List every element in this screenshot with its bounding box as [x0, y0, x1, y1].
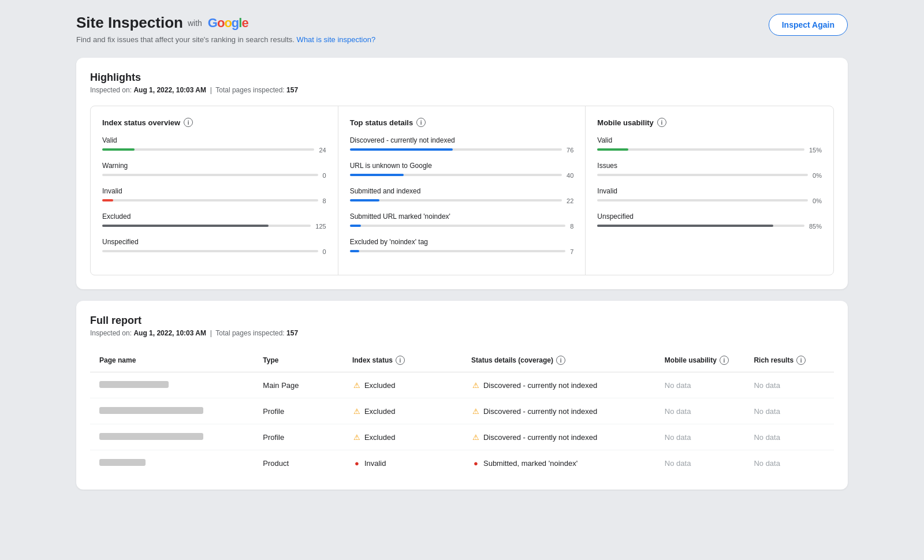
bar-fill: [350, 199, 379, 201]
warning-icon: ⚠: [352, 380, 362, 390]
mobile-usability-title: Mobile usability i: [597, 118, 822, 127]
td-index-status: ⚠ Excluded: [343, 424, 462, 450]
bar-row-inner: 8: [350, 223, 574, 230]
bar-track: [350, 250, 566, 252]
google-g-blue: G: [208, 16, 217, 31]
bar-track-wrap: [350, 174, 562, 177]
bar-row-inner: 15%: [597, 147, 822, 154]
bar-row-inner: 0: [102, 172, 326, 179]
mobile-usability-info-icon[interactable]: i: [657, 118, 666, 127]
bar-track: [350, 199, 562, 201]
td-type: Main Page: [254, 372, 343, 398]
td-index-status: ● Invalid: [343, 450, 462, 476]
td-rich-results: No data: [744, 372, 834, 398]
td-status-details: ⚠ Discovered - currently not indexed: [462, 398, 655, 424]
fr-inspected-on-value: Aug 1, 2022, 10:03 AM: [133, 329, 206, 337]
td-page-name: ████████████████████: [90, 372, 254, 398]
status-badge: ⚠ Excluded: [352, 380, 395, 390]
page-header: Site Inspection with Google Find and fix…: [76, 14, 848, 44]
table-row[interactable]: ████████████████████Product● Invalid● Su…: [90, 450, 834, 476]
td-mobile-usability: No data: [655, 372, 745, 398]
bar-track-wrap: [102, 148, 314, 152]
th-rich-info-icon[interactable]: i: [796, 356, 806, 365]
bar-label: Submitted URL marked 'noindex': [350, 212, 574, 221]
bar-track: [102, 250, 318, 252]
bar-value: 7: [570, 248, 573, 255]
subtitle-text: Find and fix issues that affect your sit…: [76, 35, 295, 44]
mobile-usability-panel: Mobile usability i Valid 15% Issues: [586, 106, 833, 275]
bar-row: Invalid 0%: [597, 187, 822, 204]
bar-track: [597, 174, 808, 176]
google-g-red2: e: [241, 16, 248, 31]
bar-value: 15%: [809, 147, 822, 154]
inspected-on-value: Aug 1, 2022, 10:03 AM: [133, 86, 206, 94]
bar-label: Issues: [597, 162, 822, 170]
bar-row: Submitted URL marked 'noindex' 8: [350, 212, 574, 230]
bar-row: Excluded 125: [102, 212, 326, 230]
bar-row-inner: 24: [102, 147, 326, 154]
th-index-info-icon[interactable]: i: [396, 356, 405, 365]
bar-value: 8: [570, 223, 573, 230]
td-type: Profile: [254, 398, 343, 424]
table-row[interactable]: ████████████████████Profile⚠ Excluded⚠ D…: [90, 398, 834, 424]
index-status-title: Index status overview i: [102, 118, 326, 127]
td-mobile-usability: No data: [655, 398, 745, 424]
bar-row-inner: 7: [350, 248, 574, 255]
status-badge: ⚠ Excluded: [352, 406, 395, 416]
bar-track-wrap: [597, 148, 804, 152]
what-is-link[interactable]: What is site inspection?: [297, 35, 376, 44]
table-row[interactable]: ████████████████████Profile⚠ Excluded⚠ D…: [90, 424, 834, 450]
table-row[interactable]: ████████████████████Main Page⚠ Excluded⚠…: [90, 372, 834, 398]
bar-track-wrap: [597, 225, 804, 228]
status-details-badge: ⚠ Discovered - currently not indexed: [471, 406, 597, 416]
td-mobile-usability: No data: [655, 450, 745, 476]
table-header: Page name Type Index status i: [90, 349, 834, 372]
bar-row: Unspecified 85%: [597, 212, 822, 230]
page-title: Site Inspection: [76, 14, 183, 32]
bar-row-inner: 0%: [597, 172, 822, 179]
bar-row-inner: 8: [102, 197, 326, 204]
table-body: ████████████████████Main Page⚠ Excluded⚠…: [90, 372, 834, 476]
th-rich-results: Rich results i: [744, 349, 834, 372]
top-status-title: Top status details i: [350, 118, 574, 127]
bar-track-wrap: [102, 225, 311, 228]
full-report-title: Full report: [90, 315, 834, 327]
th-status-info-icon[interactable]: i: [556, 356, 565, 365]
td-type: Profile: [254, 424, 343, 450]
bar-track-wrap: [350, 250, 566, 253]
bar-row-inner: 125: [102, 223, 326, 230]
bar-track: [597, 148, 804, 151]
bar-value: 8: [323, 197, 326, 204]
highlights-card: Highlights Inspected on: Aug 1, 2022, 10…: [76, 58, 848, 289]
bar-value: 40: [567, 172, 573, 179]
td-index-status: ⚠ Excluded: [343, 398, 462, 424]
th-mobile-usability: Mobile usability i: [655, 349, 745, 372]
google-g-yellow: o: [224, 16, 231, 31]
bar-row: Valid 24: [102, 136, 326, 154]
inspect-again-button[interactable]: Inspect Again: [769, 14, 848, 36]
bar-fill: [350, 250, 360, 252]
th-mobile-info-icon[interactable]: i: [720, 356, 729, 365]
bar-fill: [597, 148, 628, 151]
bar-value: 24: [319, 147, 326, 154]
status-details-badge: ● Submitted, marked 'noindex': [471, 458, 578, 468]
bar-row-inner: 76: [350, 147, 574, 154]
bar-row-inner: 0%: [597, 197, 822, 204]
bar-row-inner: 85%: [597, 223, 822, 230]
bar-value: 0%: [813, 172, 822, 179]
top-status-bars: Discovered - currently not indexed 76 UR…: [350, 136, 574, 255]
bar-track: [350, 225, 566, 227]
top-status-panel: Top status details i Discovered - curren…: [338, 106, 586, 275]
fr-inspected-on-label: Inspected on:: [90, 329, 132, 337]
index-status-info-icon[interactable]: i: [184, 118, 193, 127]
td-type: Product: [254, 450, 343, 476]
td-page-name: ████████████████████: [90, 450, 254, 476]
bar-row-inner: 40: [350, 172, 574, 179]
fr-total-pages-label: Total pages inspected:: [215, 329, 284, 337]
bar-track: [597, 225, 804, 227]
bar-track-wrap: [350, 148, 562, 152]
td-page-name: ████████████████████: [90, 398, 254, 424]
top-status-info-icon[interactable]: i: [416, 118, 426, 127]
bar-track-wrap: [102, 199, 318, 203]
bar-value: 0: [323, 172, 326, 179]
